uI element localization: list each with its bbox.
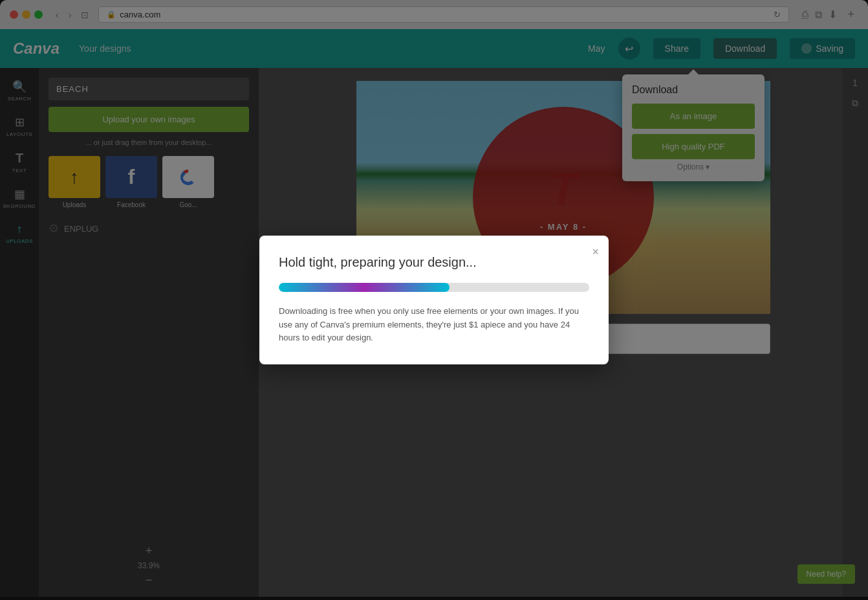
modal-description: Downloading is free when you only use fr… <box>279 305 589 345</box>
progress-bar-container <box>279 283 589 292</box>
modal-close-button[interactable]: × <box>592 245 599 259</box>
modal-dialog: × Hold tight, preparing your design... D… <box>259 236 609 364</box>
modal-title: Hold tight, preparing your design... <box>279 255 589 270</box>
modal-overlay: × Hold tight, preparing your design... D… <box>0 0 868 600</box>
progress-bar <box>279 283 450 292</box>
